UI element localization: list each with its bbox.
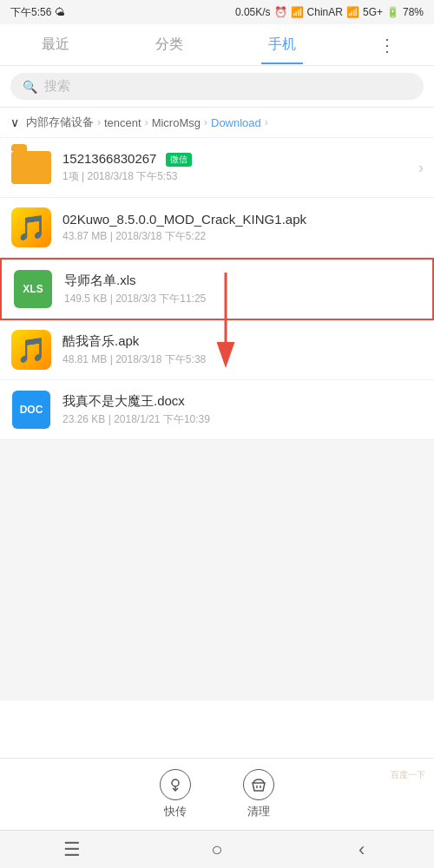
breadcrumb-micromsg[interactable]: MicroMsg [152,116,201,129]
tab-bar: 最近 分类 手机 ⋮ [0,24,434,66]
file-item-apk1[interactable]: 🎵 02Kuwo_8.5.0.0_MOD_Crack_KING1.apk 43.… [0,198,434,258]
doc-icon-shape: DOC [12,391,50,429]
network-speed: 0.05K/s [235,6,271,18]
search-input-wrap[interactable]: 🔍 搜索 [10,73,424,100]
folder-arrow-icon: › [418,159,424,177]
quick-send-icon [160,769,191,800]
breadcrumb-download[interactable]: Download [211,116,261,129]
breadcrumb-sep-3: › [204,116,207,128]
breadcrumb-sep-2: › [145,116,148,128]
breadcrumb-tencent[interactable]: tencent [104,116,141,129]
folder-info: 1521366830267 微信 1项 | 2018/3/18 下午5:53 [62,151,418,184]
doc-meta: 23.26 KB | 2018/1/21 下午10:39 [62,412,424,427]
breadcrumb-sep-4: › [265,116,268,128]
folder-meta: 1项 | 2018/3/18 下午5:53 [62,169,418,184]
file-item-apk2[interactable]: 🎵 酷我音乐.apk 48.81 MB | 2018/3/18 下午5:38 [0,320,434,380]
tab-phone[interactable]: 手机 [261,25,303,64]
watermark: 百度一下 [391,769,425,781]
apk2-icon-shape: 🎵 [11,330,51,370]
alarm-icon: ⏰ [274,6,287,18]
search-bar: 🔍 搜索 [0,66,434,108]
search-icon: 🔍 [23,80,37,94]
folder-icon [10,147,52,188]
signal-icon: 📶 [346,6,359,18]
doc-name: 我真不是大魔王.docx [62,393,424,410]
status-sun-icon: 🌤 [55,6,65,18]
file-list: 1521366830267 微信 1项 | 2018/3/18 下午5:53 ›… [0,138,434,758]
breadcrumb-internal-storage[interactable]: 内部存储设备 [26,115,94,130]
status-right: 0.05K/s ⏰ 📶 ChinAR 📶 5G+ 🔋 78% [235,6,424,18]
status-time: 下午5:56 [10,5,51,20]
doc-icon: DOC [10,389,52,431]
bottom-toolbar: 快传 清理 [0,758,434,830]
apk1-info: 02Kuwo_8.5.0.0_MOD_Crack_KING1.apk 43.87… [62,212,424,244]
xls-info: 导师名单.xls 149.5 KB | 2018/3/3 下午11:25 [64,273,422,306]
breadcrumb: ∨ 内部存储设备 › tencent › MicroMsg › Download… [0,108,434,138]
svg-point-2 [172,779,179,786]
battery-icon: 🔋 [386,6,399,18]
folder-shape [11,151,51,184]
xls-icon: XLS [12,268,54,310]
xls-name: 导师名单.xls [64,273,422,289]
xls-meta: 149.5 KB | 2018/3/3 下午11:25 [64,292,422,306]
wifi-icon: 📶 [291,6,304,18]
status-bar: 下午5:56 🌤 0.05K/s ⏰ 📶 ChinAR 📶 5G+ 🔋 78% [0,0,434,24]
clean-label: 清理 [247,804,270,819]
breadcrumb-expand-button[interactable]: ∨ [10,115,19,129]
status-left: 下午5:56 🌤 [10,5,65,20]
main-content: 最近 分类 手机 ⋮ 🔍 搜索 ∨ 内部存储设备 › tencent › Mic… [0,24,434,868]
clean-button[interactable]: 清理 [243,769,274,819]
weixin-badge: 微信 [166,153,192,167]
quick-send-label: 快传 [164,804,187,819]
apk1-icon: 🎵 [10,207,52,248]
file-item-folder[interactable]: 1521366830267 微信 1项 | 2018/3/18 下午5:53 › [0,138,434,198]
doc-info: 我真不是大魔王.docx 23.26 KB | 2018/1/21 下午10:3… [62,393,424,427]
file-item-doc[interactable]: DOC 我真不是大魔王.docx 23.26 KB | 2018/1/21 下午… [0,380,434,440]
nav-back-button[interactable]: ‹ [336,838,388,861]
bottom-nav: ☰ ○ ‹ [0,830,434,868]
apk1-name: 02Kuwo_8.5.0.0_MOD_Crack_KING1.apk [62,212,424,227]
tab-recent[interactable]: 最近 [35,25,76,64]
network-type: 5G+ [363,6,383,18]
apk2-meta: 48.81 MB | 2018/3/18 下午5:38 [62,352,424,367]
apk2-icon: 🎵 [10,329,52,371]
apk2-info: 酷我音乐.apk 48.81 MB | 2018/3/18 下午5:38 [62,333,424,367]
file-item-xls[interactable]: XLS 导师名单.xls 149.5 KB | 2018/3/3 下午11:25 [0,258,434,320]
more-menu-button[interactable]: ⋮ [375,35,399,56]
apk1-icon-shape: 🎵 [11,207,51,247]
battery-level: 78% [403,6,424,18]
breadcrumb-sep-1: › [97,116,101,128]
empty-space [0,440,434,700]
nav-menu-button[interactable]: ☰ [46,838,98,861]
apk2-name: 酷我音乐.apk [62,333,424,350]
apk1-meta: 43.87 MB | 2018/3/18 下午5:22 [62,229,424,244]
nav-home-button[interactable]: ○ [191,838,243,861]
clean-icon [243,769,274,800]
tab-category[interactable]: 分类 [148,25,190,64]
folder-name: 1521366830267 微信 [62,151,418,167]
carrier-label: ChinAR [307,6,343,18]
xls-icon-shape: XLS [14,270,52,308]
quick-send-button[interactable]: 快传 [160,769,191,819]
search-placeholder: 搜索 [44,78,70,95]
